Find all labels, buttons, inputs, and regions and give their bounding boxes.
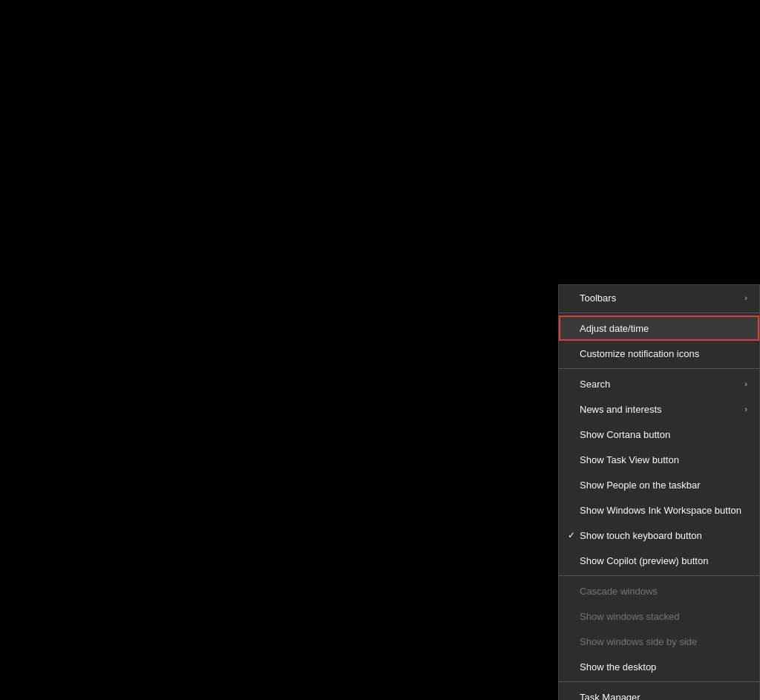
menu-item-sidebyside: Show windows side by side [559, 629, 759, 654]
menu-item-label: Show People on the taskbar [580, 480, 747, 491]
menu-item-show-cortana[interactable]: Show Cortana button [559, 422, 759, 447]
menu-item-show-keyboard[interactable]: ✓Show touch keyboard button [559, 523, 759, 548]
menu-separator [559, 681, 759, 682]
menu-separator [559, 313, 759, 313]
menu-item-label: Cascade windows [580, 586, 747, 597]
menu-item-task-manager[interactable]: Task Manager [559, 684, 759, 700]
menu-item-label: Show Cortana button [580, 429, 747, 440]
submenu-arrow: › [744, 379, 747, 388]
menu-item-show-copilot[interactable]: Show Copilot (preview) button [559, 548, 759, 573]
menu-item-label: Show windows stacked [580, 611, 747, 622]
menu-item-label: News and interests [580, 404, 744, 415]
menu-item-label: Task Manager [580, 692, 747, 701]
menu-item-stacked: Show windows stacked [559, 603, 759, 629]
menu-item-label: Show touch keyboard button [580, 530, 747, 541]
menu-item-search[interactable]: Search› [559, 371, 759, 396]
checkmark-show-keyboard: ✓ [568, 530, 580, 540]
menu-item-show-taskview[interactable]: Show Task View button [559, 447, 759, 472]
menu-item-label: Show Copilot (preview) button [580, 555, 747, 566]
menu-item-news-interests[interactable]: News and interests› [559, 396, 759, 422]
menu-item-show-people[interactable]: Show People on the taskbar [559, 472, 759, 497]
submenu-arrow: › [744, 293, 747, 302]
menu-separator [559, 368, 759, 369]
menu-item-label: Show Windows Ink Workspace button [580, 505, 747, 516]
submenu-arrow: › [744, 405, 747, 413]
menu-item-label: Show Task View button [580, 454, 747, 465]
menu-item-label: Show the desktop [580, 661, 747, 673]
menu-item-show-desktop[interactable]: Show the desktop [559, 654, 759, 679]
menu-item-label: Toolbars [580, 292, 744, 304]
context-menu: Toolbars›Adjust date/timeCustomize notif… [558, 284, 760, 700]
menu-separator [559, 575, 759, 576]
menu-item-label: Adjust date/time [580, 323, 747, 334]
menu-item-label: Customize notification icons [580, 348, 747, 359]
menu-item-toolbars[interactable]: Toolbars› [559, 285, 759, 310]
menu-item-label: Search [580, 379, 744, 390]
menu-item-show-ink[interactable]: Show Windows Ink Workspace button [559, 497, 759, 523]
menu-item-label: Show windows side by side [580, 636, 747, 647]
menu-item-customize-notifications[interactable]: Customize notification icons [559, 341, 759, 366]
menu-item-cascade: Cascade windows [559, 578, 759, 603]
menu-item-adjust-datetime[interactable]: Adjust date/time [559, 315, 759, 341]
